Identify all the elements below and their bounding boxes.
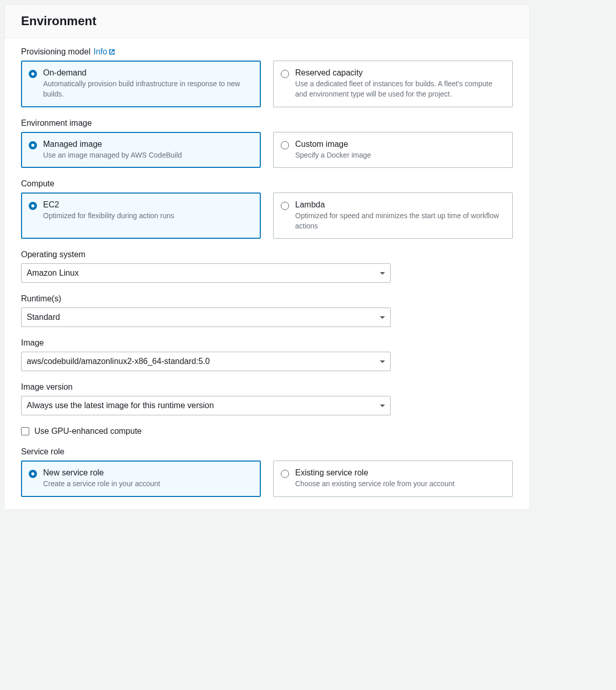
option-title: On-demand (43, 68, 253, 78)
provisioning-option-reserved-capacity[interactable]: Reserved capacity Use a dedicated fleet … (273, 61, 513, 107)
os-select[interactable]: Amazon Linux (21, 263, 391, 283)
radio-icon (29, 202, 37, 210)
image-version-select[interactable]: Always use the latest image for this run… (21, 396, 391, 415)
gpu-label: Use GPU-enhanced compute (34, 427, 142, 436)
compute-field: Compute EC2 Optimized for flexibility du… (21, 179, 513, 239)
runtime-label: Runtime(s) (21, 294, 61, 303)
option-desc: Choose an existing service role from you… (295, 478, 454, 489)
panel-title: Environment (21, 14, 513, 28)
option-desc: Use a dedicated fleet of instances for b… (295, 79, 505, 100)
option-desc: Optimized for flexibility during action … (43, 210, 174, 221)
option-desc: Optimized for speed and minimizes the st… (295, 210, 505, 232)
service-role-label: Service role (21, 447, 64, 456)
provisioning-info-link[interactable]: Info (93, 47, 116, 56)
env-image-option-managed[interactable]: Managed image Use an image managed by AW… (21, 132, 261, 168)
runtime-select[interactable]: Standard (21, 308, 391, 327)
option-desc: Create a service role in your account (43, 478, 160, 489)
option-desc: Use an image managed by AWS CodeBuild (43, 150, 182, 160)
env-image-option-custom[interactable]: Custom image Specify a Docker image (273, 132, 513, 168)
provisioning-field: Provisioning model Info On-demand Automa… (21, 47, 513, 107)
option-title: EC2 (43, 200, 174, 209)
compute-label: Compute (21, 179, 54, 188)
service-role-option-new[interactable]: New service role Create a service role i… (21, 461, 261, 496)
image-value: aws/codebuild/amazonlinux2-x86_64-standa… (27, 355, 210, 368)
radio-icon (281, 70, 289, 78)
option-desc: Automatically provision build infrastruc… (43, 79, 253, 100)
environment-image-field: Environment image Managed image Use an i… (21, 119, 513, 168)
radio-icon (29, 470, 37, 478)
os-label: Operating system (21, 250, 85, 259)
runtime-field: Runtime(s) Standard (21, 294, 513, 327)
image-version-value: Always use the latest image for this run… (27, 399, 214, 412)
radio-icon (281, 141, 289, 149)
option-title: Managed image (43, 140, 182, 149)
compute-option-lambda[interactable]: Lambda Optimized for speed and minimizes… (273, 193, 513, 239)
option-title: Custom image (295, 140, 371, 149)
image-select[interactable]: aws/codebuild/amazonlinux2-x86_64-standa… (21, 352, 391, 371)
panel-header: Environment (5, 5, 529, 38)
image-label: Image (21, 338, 44, 348)
radio-icon (29, 70, 37, 78)
compute-option-ec2[interactable]: EC2 Optimized for flexibility during act… (21, 193, 261, 239)
option-title: New service role (43, 468, 160, 477)
option-title: Existing service role (295, 468, 454, 477)
gpu-checkbox[interactable] (21, 427, 29, 435)
image-version-label: Image version (21, 382, 73, 392)
os-field: Operating system Amazon Linux (21, 250, 513, 283)
runtime-value: Standard (27, 311, 60, 323)
service-role-option-existing[interactable]: Existing service role Choose an existing… (273, 461, 513, 496)
option-title: Reserved capacity (295, 68, 505, 78)
option-desc: Specify a Docker image (295, 150, 371, 160)
gpu-field: Use GPU-enhanced compute (21, 427, 513, 436)
service-role-field: Service role New service role Create a s… (21, 447, 513, 496)
radio-icon (281, 470, 289, 478)
radio-icon (281, 202, 289, 210)
environment-panel: Environment Provisioning model Info On-d (4, 4, 530, 510)
radio-icon (29, 141, 37, 149)
os-value: Amazon Linux (27, 267, 79, 279)
image-version-field: Image version Always use the latest imag… (21, 382, 513, 415)
option-title: Lambda (295, 200, 505, 209)
provisioning-label: Provisioning model (21, 47, 90, 56)
image-field: Image aws/codebuild/amazonlinux2-x86_64-… (21, 338, 513, 371)
external-link-icon (108, 48, 116, 55)
environment-image-label: Environment image (21, 119, 92, 128)
provisioning-option-on-demand[interactable]: On-demand Automatically provision build … (21, 61, 261, 107)
